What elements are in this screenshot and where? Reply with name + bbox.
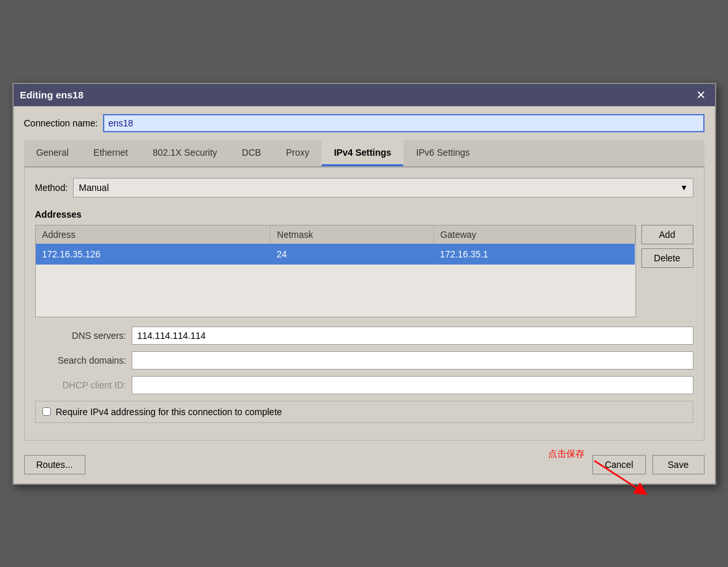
require-ipv4-checkbox[interactable] bbox=[42, 407, 51, 416]
method-select-wrapper: Manual Automatic (DHCP) Link-Local Only … bbox=[73, 178, 693, 197]
close-button[interactable]: ✕ bbox=[693, 88, 708, 102]
addresses-table-wrapper: Address Netmask Gateway 172.16.35.126 24… bbox=[35, 225, 636, 317]
empty-row bbox=[36, 265, 635, 317]
tab-general[interactable]: General bbox=[24, 140, 81, 166]
dhcp-client-id-row: DHCP client ID: bbox=[35, 376, 693, 394]
cancel-button[interactable]: Cancel bbox=[592, 455, 646, 474]
require-ipv4-row: Require IPv4 addressing for this connect… bbox=[35, 401, 693, 423]
routes-button[interactable]: Routes... bbox=[24, 455, 85, 474]
tab-security[interactable]: 802.1X Security bbox=[140, 140, 229, 166]
bottom-buttons: Cancel Save bbox=[592, 455, 705, 474]
table-row[interactable]: 172.16.35.126 24 172.16.35.1 bbox=[36, 244, 635, 265]
col-address: Address bbox=[36, 225, 270, 244]
method-label: Method: bbox=[35, 182, 68, 193]
cell-netmask: 24 bbox=[270, 244, 434, 265]
cell-gateway: 172.16.35.1 bbox=[433, 244, 635, 265]
add-button[interactable]: Add bbox=[641, 225, 693, 244]
method-row: Method: Manual Automatic (DHCP) Link-Loc… bbox=[35, 178, 693, 197]
dhcp-client-id-input[interactable] bbox=[132, 376, 693, 394]
tab-dcb[interactable]: DCB bbox=[229, 140, 274, 166]
tab-proxy[interactable]: Proxy bbox=[274, 140, 322, 166]
addresses-table: Address Netmask Gateway 172.16.35.126 24… bbox=[36, 225, 635, 317]
dialog: Editing ens18 ✕ Connection name: General… bbox=[12, 83, 716, 485]
bottom-bar: 点击保存 Routes... Cancel Save bbox=[14, 448, 715, 484]
cell-address: 172.16.35.126 bbox=[36, 244, 270, 265]
connection-name-row: Connection name: bbox=[24, 114, 705, 132]
addresses-buttons: Add Delete bbox=[641, 225, 693, 317]
tabs-bar: General Ethernet 802.1X Security DCB Pro… bbox=[24, 140, 705, 167]
dns-row: DNS servers: bbox=[35, 327, 693, 345]
connection-name-input[interactable] bbox=[103, 114, 704, 132]
addresses-table-area: Address Netmask Gateway 172.16.35.126 24… bbox=[35, 225, 693, 317]
col-gateway: Gateway bbox=[433, 225, 635, 244]
search-domains-input[interactable] bbox=[132, 351, 693, 370]
tab-ipv4[interactable]: IPv4 Settings bbox=[321, 140, 403, 166]
method-select[interactable]: Manual Automatic (DHCP) Link-Local Only … bbox=[73, 178, 693, 197]
search-domains-label: Search domains: bbox=[35, 355, 126, 366]
connection-name-label: Connection name: bbox=[24, 118, 98, 128]
save-button[interactable]: Save bbox=[652, 455, 705, 474]
tab-ipv6[interactable]: IPv6 Settings bbox=[403, 140, 482, 166]
dns-label: DNS servers: bbox=[35, 330, 126, 341]
annotation-text: 点击保存 bbox=[548, 448, 585, 460]
addresses-title: Addresses bbox=[35, 209, 693, 220]
title-bar: Editing ens18 ✕ bbox=[14, 84, 715, 106]
require-ipv4-label: Require IPv4 addressing for this connect… bbox=[56, 407, 282, 417]
delete-button[interactable]: Delete bbox=[641, 248, 693, 268]
dns-input[interactable] bbox=[132, 327, 693, 345]
tab-content-ipv4: Method: Manual Automatic (DHCP) Link-Loc… bbox=[24, 167, 705, 441]
dialog-title: Editing ens18 bbox=[20, 89, 84, 100]
dialog-body: Connection name: General Ethernet 802.1X… bbox=[14, 106, 715, 448]
addresses-section: Addresses Address Netmask Gateway bbox=[35, 209, 693, 317]
col-netmask: Netmask bbox=[270, 225, 434, 244]
dhcp-client-id-label: DHCP client ID: bbox=[35, 380, 126, 390]
tab-ethernet[interactable]: Ethernet bbox=[81, 140, 140, 166]
search-domains-row: Search domains: bbox=[35, 351, 693, 370]
